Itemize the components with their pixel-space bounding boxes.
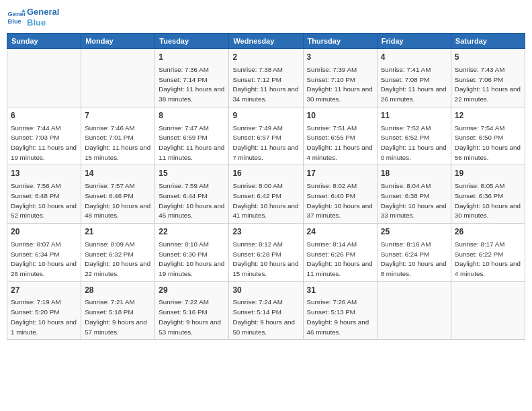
calendar-cell: 21Sunrise: 8:09 AM Sunset: 6:32 PM Dayli…: [81, 224, 155, 282]
day-number: 17: [307, 168, 373, 179]
day-info: Sunrise: 8:09 AM Sunset: 6:32 PM Dayligh…: [85, 240, 150, 277]
calendar-table: SundayMondayTuesdayWednesdayThursdayFrid…: [7, 33, 525, 340]
calendar-cell: 20Sunrise: 8:07 AM Sunset: 6:34 PM Dayli…: [7, 224, 81, 282]
calendar-cell: 27Sunrise: 7:19 AM Sunset: 5:20 PM Dayli…: [7, 281, 81, 340]
day-number: 26: [455, 226, 521, 238]
calendar-cell: 18Sunrise: 8:04 AM Sunset: 6:38 PM Dayli…: [377, 165, 451, 224]
day-info: Sunrise: 7:24 AM Sunset: 5:14 PM Dayligh…: [232, 298, 295, 335]
day-info: Sunrise: 7:51 AM Sunset: 6:55 PM Dayligh…: [307, 124, 373, 161]
logo-icon: General Blue: [7, 8, 26, 27]
day-number: 8: [159, 110, 225, 122]
weekday-header-wednesday: Wednesday: [229, 34, 303, 49]
day-number: 24: [307, 226, 373, 238]
calendar-body: 1Sunrise: 7:36 AM Sunset: 7:14 PM Daylig…: [7, 49, 525, 340]
day-number: 20: [11, 226, 77, 238]
calendar-cell: 29Sunrise: 7:22 AM Sunset: 5:16 PM Dayli…: [155, 281, 229, 340]
day-info: Sunrise: 7:52 AM Sunset: 6:52 PM Dayligh…: [381, 124, 447, 161]
day-number: 2: [232, 52, 299, 63]
day-info: Sunrise: 8:07 AM Sunset: 6:34 PM Dayligh…: [11, 240, 77, 277]
logo: General Blue GeneralBlue: [7, 7, 59, 28]
weekday-header-row: SundayMondayTuesdayWednesdayThursdayFrid…: [7, 34, 525, 49]
day-info: Sunrise: 8:17 AM Sunset: 6:22 PM Dayligh…: [455, 240, 521, 277]
day-info: Sunrise: 7:36 AM Sunset: 7:14 PM Dayligh…: [159, 66, 224, 103]
day-number: 31: [307, 285, 373, 296]
calendar-week-row: 6Sunrise: 7:44 AM Sunset: 7:03 PM Daylig…: [7, 107, 525, 165]
day-number: 23: [232, 226, 299, 238]
day-number: 3: [307, 52, 373, 63]
day-info: Sunrise: 7:43 AM Sunset: 7:06 PM Dayligh…: [455, 66, 521, 103]
calendar-cell: 8Sunrise: 7:47 AM Sunset: 6:59 PM Daylig…: [155, 107, 229, 165]
day-info: Sunrise: 7:47 AM Sunset: 6:59 PM Dayligh…: [159, 124, 224, 161]
day-info: Sunrise: 8:02 AM Sunset: 6:40 PM Dayligh…: [307, 182, 373, 219]
day-info: Sunrise: 8:12 AM Sunset: 6:28 PM Dayligh…: [232, 240, 298, 277]
calendar-cell: 24Sunrise: 8:14 AM Sunset: 6:26 PM Dayli…: [303, 224, 377, 282]
day-number: 6: [11, 110, 77, 122]
day-number: 21: [85, 226, 151, 238]
calendar-cell: 5Sunrise: 7:43 AM Sunset: 7:06 PM Daylig…: [451, 49, 525, 107]
day-info: Sunrise: 8:05 AM Sunset: 6:36 PM Dayligh…: [455, 182, 521, 219]
calendar-cell: 1Sunrise: 7:36 AM Sunset: 7:14 PM Daylig…: [155, 49, 229, 107]
day-info: Sunrise: 7:39 AM Sunset: 7:10 PM Dayligh…: [307, 66, 373, 103]
day-info: Sunrise: 8:14 AM Sunset: 6:26 PM Dayligh…: [307, 240, 373, 277]
day-number: 13: [11, 168, 77, 179]
calendar-cell: 17Sunrise: 8:02 AM Sunset: 6:40 PM Dayli…: [303, 165, 377, 224]
calendar-header: SundayMondayTuesdayWednesdayThursdayFrid…: [7, 34, 525, 49]
day-number: 16: [232, 168, 299, 179]
calendar-cell: 31Sunrise: 7:26 AM Sunset: 5:13 PM Dayli…: [303, 281, 377, 340]
day-info: Sunrise: 7:56 AM Sunset: 6:48 PM Dayligh…: [11, 182, 77, 219]
day-number: 11: [381, 110, 447, 122]
calendar-week-row: 1Sunrise: 7:36 AM Sunset: 7:14 PM Daylig…: [7, 49, 525, 107]
calendar-cell: [7, 49, 81, 107]
weekday-header-sunday: Sunday: [7, 34, 81, 49]
calendar-cell: [377, 281, 451, 340]
day-number: 18: [381, 168, 447, 179]
calendar-cell: 9Sunrise: 7:49 AM Sunset: 6:57 PM Daylig…: [229, 107, 303, 165]
day-number: 22: [159, 226, 225, 238]
day-info: Sunrise: 7:49 AM Sunset: 6:57 PM Dayligh…: [232, 124, 298, 161]
calendar-cell: 25Sunrise: 8:16 AM Sunset: 6:24 PM Dayli…: [377, 224, 451, 282]
svg-text:Blue: Blue: [8, 17, 21, 24]
calendar-week-row: 20Sunrise: 8:07 AM Sunset: 6:34 PM Dayli…: [7, 224, 525, 282]
day-number: 14: [85, 168, 151, 179]
calendar-cell: 19Sunrise: 8:05 AM Sunset: 6:36 PM Dayli…: [451, 165, 525, 224]
calendar-week-row: 27Sunrise: 7:19 AM Sunset: 5:20 PM Dayli…: [7, 281, 525, 340]
day-info: Sunrise: 7:38 AM Sunset: 7:12 PM Dayligh…: [232, 66, 298, 103]
calendar-cell: 6Sunrise: 7:44 AM Sunset: 7:03 PM Daylig…: [7, 107, 81, 165]
calendar-cell: 30Sunrise: 7:24 AM Sunset: 5:14 PM Dayli…: [229, 281, 303, 340]
day-number: 25: [381, 226, 447, 238]
day-number: 5: [455, 52, 521, 63]
day-info: Sunrise: 7:57 AM Sunset: 6:46 PM Dayligh…: [85, 182, 150, 219]
calendar-cell: 28Sunrise: 7:21 AM Sunset: 5:18 PM Dayli…: [81, 281, 155, 340]
day-info: Sunrise: 7:19 AM Sunset: 5:20 PM Dayligh…: [11, 298, 77, 335]
weekday-header-monday: Monday: [81, 34, 155, 49]
calendar-cell: 22Sunrise: 8:10 AM Sunset: 6:30 PM Dayli…: [155, 224, 229, 282]
weekday-header-friday: Friday: [377, 34, 451, 49]
weekday-header-tuesday: Tuesday: [155, 34, 229, 49]
logo-text: GeneralBlue: [27, 7, 59, 28]
day-info: Sunrise: 8:10 AM Sunset: 6:30 PM Dayligh…: [159, 240, 224, 277]
day-info: Sunrise: 7:26 AM Sunset: 5:13 PM Dayligh…: [307, 298, 369, 335]
page-header: General Blue GeneralBlue: [7, 7, 525, 28]
weekday-header-thursday: Thursday: [303, 34, 377, 49]
calendar-cell: 14Sunrise: 7:57 AM Sunset: 6:46 PM Dayli…: [81, 165, 155, 224]
calendar-cell: 10Sunrise: 7:51 AM Sunset: 6:55 PM Dayli…: [303, 107, 377, 165]
calendar-cell: 11Sunrise: 7:52 AM Sunset: 6:52 PM Dayli…: [377, 107, 451, 165]
calendar-cell: 26Sunrise: 8:17 AM Sunset: 6:22 PM Dayli…: [451, 224, 525, 282]
calendar-cell: 15Sunrise: 7:59 AM Sunset: 6:44 PM Dayli…: [155, 165, 229, 224]
day-number: 7: [85, 110, 151, 122]
day-info: Sunrise: 8:04 AM Sunset: 6:38 PM Dayligh…: [381, 182, 447, 219]
day-info: Sunrise: 7:41 AM Sunset: 7:08 PM Dayligh…: [381, 66, 447, 103]
day-info: Sunrise: 7:22 AM Sunset: 5:16 PM Dayligh…: [159, 298, 221, 335]
weekday-header-saturday: Saturday: [451, 34, 525, 49]
day-number: 4: [381, 52, 447, 63]
calendar-cell: 2Sunrise: 7:38 AM Sunset: 7:12 PM Daylig…: [229, 49, 303, 107]
calendar-cell: 4Sunrise: 7:41 AM Sunset: 7:08 PM Daylig…: [377, 49, 451, 107]
day-number: 9: [232, 110, 299, 122]
calendar-cell: 12Sunrise: 7:54 AM Sunset: 6:50 PM Dayli…: [451, 107, 525, 165]
day-number: 28: [85, 285, 151, 296]
day-number: 12: [455, 110, 521, 122]
day-info: Sunrise: 8:16 AM Sunset: 6:24 PM Dayligh…: [381, 240, 447, 277]
day-number: 10: [307, 110, 373, 122]
calendar-week-row: 13Sunrise: 7:56 AM Sunset: 6:48 PM Dayli…: [7, 165, 525, 224]
day-info: Sunrise: 7:46 AM Sunset: 7:01 PM Dayligh…: [85, 124, 150, 161]
